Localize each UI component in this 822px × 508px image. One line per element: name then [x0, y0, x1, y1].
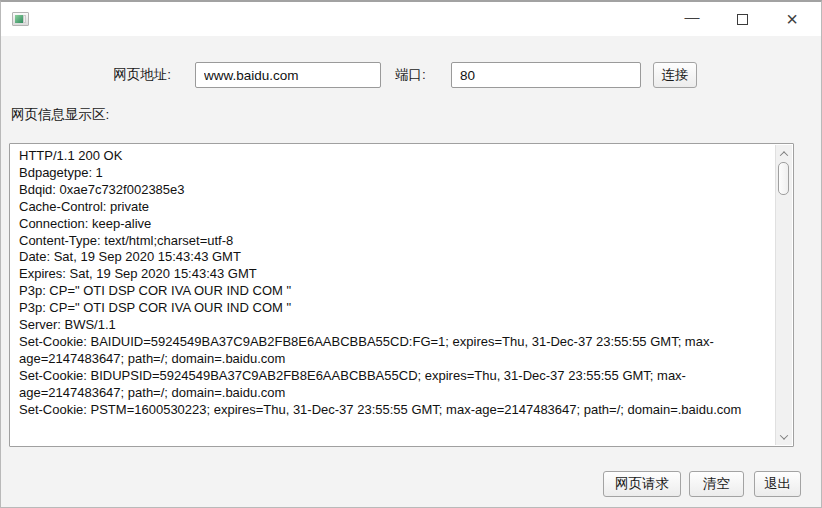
- scroll-up-button[interactable]: [776, 146, 792, 161]
- display-area-label: 网页信息显示区:: [11, 106, 109, 124]
- address-input[interactable]: [195, 62, 381, 88]
- app-icon-light-pane: [23, 15, 26, 23]
- exit-button[interactable]: 退出: [754, 471, 801, 497]
- window-controls: — ×: [667, 2, 817, 36]
- response-display[interactable]: HTTP/1.1 200 OK Bdpagetype: 1 Bdqid: 0xa…: [9, 143, 794, 447]
- app-window: — × 网页地址: 端口: 连接 网页信息显示区: HTTP/1.1 200 O…: [0, 0, 822, 508]
- scroll-down-button[interactable]: [776, 429, 792, 444]
- maximize-icon[interactable]: [717, 2, 767, 36]
- app-icon-green-pane: [15, 15, 23, 23]
- scrollbar-thumb[interactable]: [778, 162, 789, 195]
- port-label: 端口:: [395, 62, 426, 88]
- vertical-scrollbar[interactable]: [775, 145, 792, 445]
- response-text: HTTP/1.1 200 OK Bdpagetype: 1 Bdqid: 0xa…: [10, 144, 793, 446]
- web-request-button[interactable]: 网页请求: [603, 471, 681, 497]
- minimize-icon[interactable]: —: [667, 2, 717, 36]
- address-label: 网页地址:: [111, 62, 171, 88]
- chevron-down-icon: [780, 431, 788, 439]
- app-icon: [12, 12, 29, 26]
- port-input[interactable]: [451, 62, 641, 88]
- client-area: 网页地址: 端口: 连接 网页信息显示区: HTTP/1.1 200 OK Bd…: [1, 36, 821, 508]
- connect-button[interactable]: 连接: [653, 62, 697, 88]
- titlebar: — ×: [1, 2, 821, 36]
- maximize-box: [737, 14, 748, 25]
- close-icon[interactable]: ×: [767, 2, 817, 36]
- clear-button[interactable]: 清空: [689, 471, 744, 497]
- chevron-up-icon: [780, 151, 788, 159]
